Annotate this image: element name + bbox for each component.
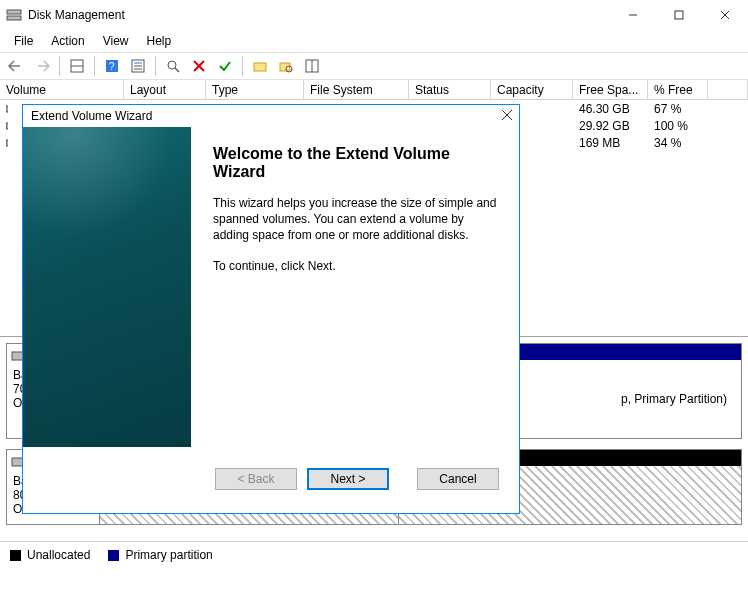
cell-pct: 100 %	[648, 119, 708, 133]
search-icon[interactable]	[161, 54, 185, 78]
close-button[interactable]	[702, 0, 748, 30]
back-button[interactable]	[4, 54, 28, 78]
legend-primary: Primary partition	[108, 548, 212, 562]
window-title: Disk Management	[28, 8, 610, 22]
table-header: Volume Layout Type File System Status Ca…	[0, 80, 748, 100]
col-layout[interactable]: Layout	[124, 80, 206, 99]
wizard-titlebar: Extend Volume Wizard	[23, 105, 519, 127]
wizard-description: This wizard helps you increase the size …	[213, 195, 497, 244]
cell-free: 46.30 GB	[573, 102, 648, 116]
disk-mgmt-icon	[6, 7, 22, 23]
find-folder-icon[interactable]	[274, 54, 298, 78]
help-icon[interactable]: ?	[100, 54, 124, 78]
svg-rect-25	[6, 140, 8, 146]
col-type[interactable]: Type	[206, 80, 304, 99]
new-folder-icon[interactable]	[248, 54, 272, 78]
delete-icon[interactable]	[187, 54, 211, 78]
svg-text:?: ?	[109, 61, 115, 72]
svg-rect-1	[7, 16, 21, 20]
legend: Unallocated Primary partition	[0, 541, 748, 568]
cell-free: 29.92 GB	[573, 119, 648, 133]
cell-pct: 67 %	[648, 102, 708, 116]
apply-icon[interactable]	[213, 54, 237, 78]
cancel-button[interactable]: Cancel	[417, 468, 499, 490]
col-pctfree[interactable]: % Free	[648, 80, 708, 99]
svg-rect-0	[7, 10, 21, 14]
next-button[interactable]: Next >	[307, 468, 389, 490]
cell-pct: 34 %	[648, 136, 708, 150]
col-spacer	[708, 80, 748, 99]
svg-rect-19	[280, 63, 290, 71]
properties-icon[interactable]	[126, 54, 150, 78]
wizard-close-button[interactable]	[501, 109, 513, 124]
col-freespace[interactable]: Free Spa...	[573, 80, 648, 99]
menu-view[interactable]: View	[95, 32, 137, 50]
wizard-title-text: Extend Volume Wizard	[31, 109, 152, 123]
cell-free: 169 MB	[573, 136, 648, 150]
forward-button[interactable]	[30, 54, 54, 78]
extend-volume-wizard: Extend Volume Wizard Welcome to the Exte…	[22, 104, 520, 514]
svg-line-15	[175, 68, 179, 72]
svg-rect-24	[6, 123, 8, 129]
legend-unallocated: Unallocated	[10, 548, 90, 562]
titlebar: Disk Management	[0, 0, 748, 30]
svg-point-14	[168, 61, 176, 69]
volume-row-icon	[0, 104, 14, 114]
wizard-heading: Welcome to the Extend Volume Wizard	[213, 145, 497, 181]
wizard-continue-text: To continue, click Next.	[213, 258, 497, 274]
menu-file[interactable]: File	[6, 32, 41, 50]
volume-row-icon	[0, 121, 14, 131]
settings-panel-icon[interactable]	[300, 54, 324, 78]
svg-rect-3	[675, 11, 683, 19]
maximize-button[interactable]	[656, 0, 702, 30]
toolbar: ?	[0, 52, 748, 80]
col-filesystem[interactable]: File System	[304, 80, 409, 99]
view-split-icon[interactable]	[65, 54, 89, 78]
wizard-content: Welcome to the Extend Volume Wizard This…	[191, 127, 519, 447]
volume-row-icon	[0, 138, 14, 148]
minimize-button[interactable]	[610, 0, 656, 30]
col-status[interactable]: Status	[409, 80, 491, 99]
wizard-footer: < Back Next > Cancel	[23, 447, 519, 511]
svg-rect-18	[254, 63, 266, 71]
col-volume[interactable]: Volume	[0, 80, 124, 99]
back-button: < Back	[215, 468, 297, 490]
svg-rect-23	[6, 106, 8, 112]
menu-action[interactable]: Action	[43, 32, 92, 50]
menu-help[interactable]: Help	[139, 32, 180, 50]
menubar: File Action View Help	[0, 30, 748, 52]
wizard-sidebar-graphic	[23, 127, 191, 447]
col-capacity[interactable]: Capacity	[491, 80, 573, 99]
